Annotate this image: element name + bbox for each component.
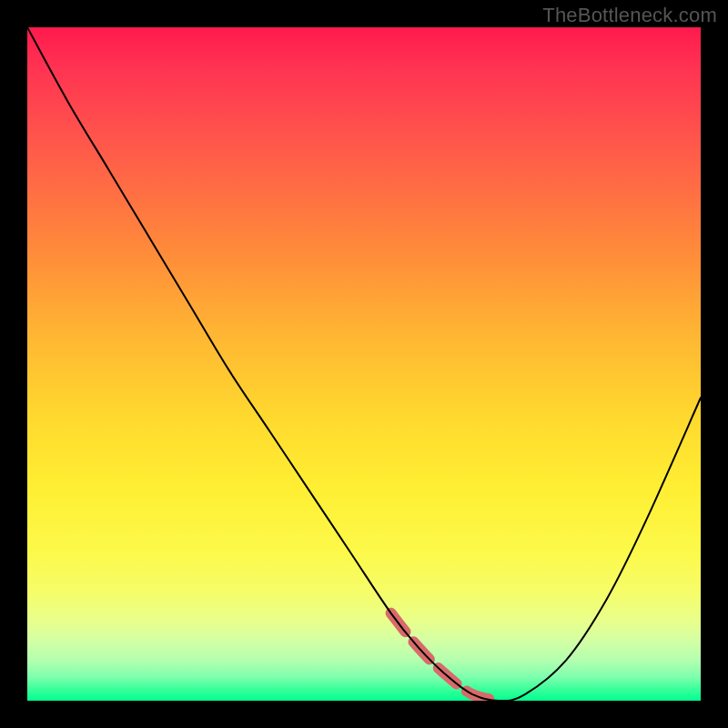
heat-gradient — [27, 27, 701, 701]
plot-area — [27, 27, 701, 701]
watermark-text: TheBottleneck.com — [542, 4, 717, 27]
chart-frame: TheBottleneck.com — [0, 0, 728, 728]
